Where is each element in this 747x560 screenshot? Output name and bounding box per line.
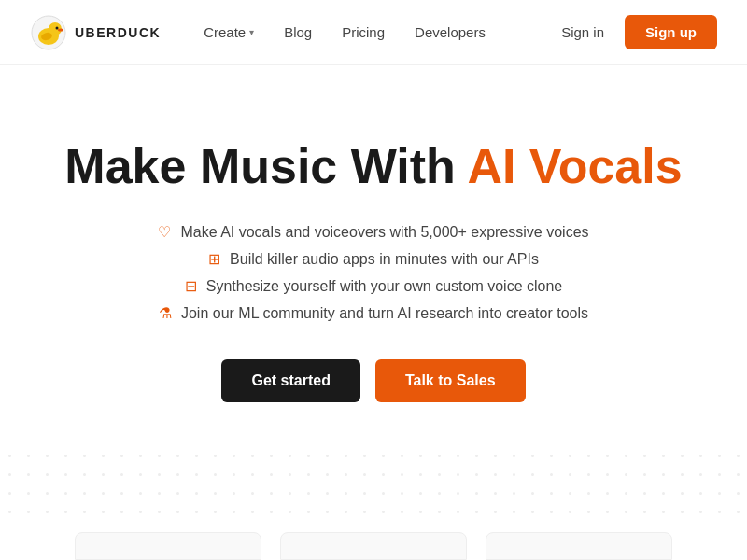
chevron-down-icon: ▾ — [249, 27, 254, 37]
logo-link[interactable]: UBERDUCK — [30, 14, 161, 51]
hero-feature-item: ⊟ Synthesize yourself with your own cust… — [158, 277, 588, 295]
hero-feature-item: ♡ Make AI vocals and voiceovers with 5,0… — [158, 223, 588, 241]
hero-feature-text: Make AI vocals and voiceovers with 5,000… — [180, 224, 588, 241]
logo-icon — [30, 14, 67, 51]
dot-grid-decoration — [0, 447, 747, 522]
hero-feature-text: Synthesize yourself with your own custom… — [206, 278, 563, 295]
hero-feature-text: Join our ML community and turn AI resear… — [181, 305, 588, 322]
bottom-card-2 — [280, 532, 467, 560]
nav-create[interactable]: Create ▾ — [190, 17, 267, 48]
get-started-button[interactable]: Get started — [221, 359, 359, 402]
hero-feature-item: ⚗ Join our ML community and turn AI rese… — [158, 304, 588, 322]
clone-icon: ⊟ — [185, 277, 197, 295]
talk-to-sales-button[interactable]: Talk to Sales — [375, 359, 526, 402]
hero-features-list: ♡ Make AI vocals and voiceovers with 5,0… — [158, 223, 588, 322]
brand-name: UBERDUCK — [75, 25, 161, 40]
hero-title: Make Music With AI Vocals — [64, 140, 682, 193]
bottom-card-3 — [486, 532, 672, 560]
hero-cta-area: Get started Talk to Sales — [221, 359, 525, 402]
grid-icon: ⊞ — [208, 250, 220, 268]
nav-pricing[interactable]: Pricing — [329, 17, 398, 48]
signin-link[interactable]: Sign in — [548, 17, 617, 48]
hero-feature-text: Build killer audio apps in minutes with … — [230, 251, 539, 268]
nav-blog[interactable]: Blog — [271, 17, 325, 48]
heart-icon: ♡ — [158, 223, 171, 241]
signup-button[interactable]: Sign up — [625, 15, 717, 49]
navbar: UBERDUCK Create ▾ Blog Pricing Developer… — [0, 0, 747, 65]
hero-section: Make Music With AI Vocals ♡ Make AI voca… — [0, 65, 747, 447]
bottom-cards — [0, 532, 747, 560]
svg-point-3 — [56, 26, 59, 29]
nav-links: Create ▾ Blog Pricing Developers — [190, 17, 541, 48]
svg-point-4 — [58, 28, 63, 31]
nav-developers[interactable]: Developers — [402, 17, 499, 48]
nav-actions: Sign in Sign up — [548, 15, 717, 49]
bottom-card-1 — [75, 532, 261, 560]
lab-icon: ⚗ — [159, 304, 172, 322]
hero-feature-item: ⊞ Build killer audio apps in minutes wit… — [158, 250, 588, 268]
